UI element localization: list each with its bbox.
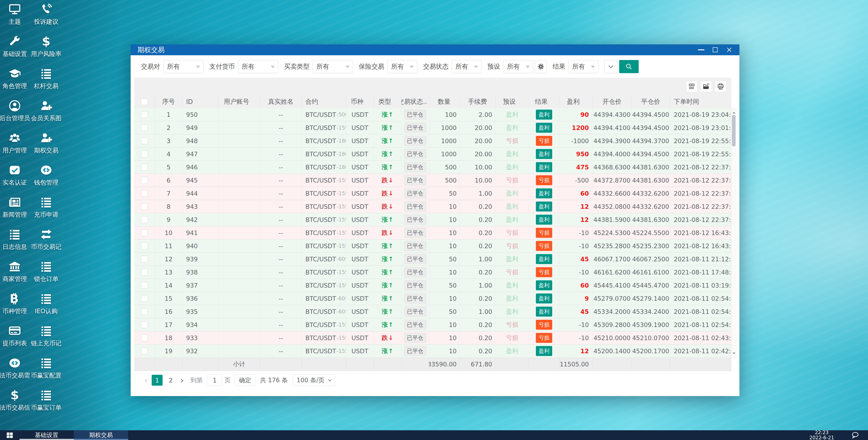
row-checkbox[interactable]: [141, 164, 148, 171]
desktop-shortcut[interactable]: 会员关系图: [29, 99, 63, 131]
maximize-button[interactable]: [708, 45, 722, 55]
row-checkbox[interactable]: [141, 348, 148, 354]
confirm-button[interactable]: 确定: [235, 375, 255, 386]
row-checkbox[interactable]: [141, 229, 148, 236]
sort-icon[interactable]: [394, 98, 397, 105]
row-checkbox[interactable]: [141, 242, 148, 249]
row-checkbox[interactable]: [141, 138, 148, 144]
filter-select[interactable]: 所有: [503, 60, 533, 73]
column-header[interactable]: ID: [183, 95, 218, 108]
next-page-button[interactable]: ›: [178, 375, 186, 385]
row-checkbox[interactable]: [141, 190, 148, 197]
jump-page-input[interactable]: [207, 375, 222, 386]
column-header[interactable]: 合约: [302, 95, 346, 108]
sort-icon[interactable]: [518, 98, 521, 105]
desktop-shortcut[interactable]: 币币交易记: [29, 228, 63, 260]
sort-icon[interactable]: [550, 98, 553, 105]
scroll-up-icon[interactable]: [733, 110, 736, 113]
more-filters-button[interactable]: [604, 60, 617, 73]
desktop-shortcut[interactable]: 提币列表: [0, 324, 32, 356]
row-checkbox[interactable]: [141, 269, 148, 275]
desktop-shortcut[interactable]: 日志信息: [0, 228, 32, 260]
columns-button[interactable]: [686, 81, 697, 92]
desktop-shortcut[interactable]: 商家管理: [0, 260, 32, 292]
column-header[interactable]: 用户账号: [218, 95, 260, 108]
row-checkbox[interactable]: [141, 203, 148, 210]
row-checkbox[interactable]: [141, 282, 148, 289]
taskbar-app-button[interactable]: 期权交易: [74, 430, 128, 440]
page-size-select[interactable]: 100 条/页: [293, 375, 335, 386]
desktop-shortcut[interactable]: IEO认购: [29, 292, 63, 324]
sort-icon[interactable]: [320, 98, 323, 105]
column-header[interactable]: 序号: [155, 95, 183, 108]
desktop-shortcut[interactable]: 用户管理: [0, 131, 32, 164]
filter-select[interactable]: 所有: [452, 60, 482, 73]
desktop-shortcut[interactable]: 角色管理: [0, 67, 32, 99]
filter-select[interactable]: 所有: [568, 60, 598, 73]
column-header[interactable]: 开仓价: [593, 95, 631, 108]
column-header[interactable]: 盈利: [559, 95, 593, 108]
desktop-shortcut[interactable]: $ 用户风险率: [29, 35, 63, 67]
desktop-shortcut[interactable]: 投诉建议: [29, 3, 63, 35]
desktop-shortcut[interactable]: 实名认证: [0, 164, 32, 196]
prev-page-button[interactable]: ‹: [142, 375, 150, 385]
row-checkbox[interactable]: [141, 334, 148, 341]
desktop-shortcut[interactable]: 币赢宝订单: [29, 389, 63, 421]
page-button[interactable]: 2: [165, 375, 176, 386]
print-button[interactable]: [715, 81, 726, 92]
desktop-shortcut[interactable]: 锁仓订单: [29, 260, 63, 292]
taskbar-clock[interactable]: 22:23 2022-6-21: [809, 430, 834, 440]
row-checkbox[interactable]: [141, 124, 148, 131]
desktop-shortcut[interactable]: 后台管理员: [0, 99, 32, 131]
desktop-shortcut[interactable]: $ 法币交易信: [0, 389, 32, 421]
column-header[interactable]: 结果: [529, 95, 559, 108]
filter-select[interactable]: 所有: [238, 60, 278, 73]
start-button[interactable]: [0, 430, 20, 440]
column-header[interactable]: 类型: [374, 95, 401, 108]
taskbar-app-button[interactable]: 基础设置: [20, 430, 74, 440]
column-header[interactable]: 手续费: [460, 95, 496, 108]
column-header[interactable]: 平仓价: [631, 95, 670, 108]
desktop-shortcut[interactable]: 链上充币记: [29, 324, 63, 356]
row-checkbox[interactable]: [141, 177, 148, 184]
close-button[interactable]: [722, 45, 736, 55]
row-checkbox[interactable]: [141, 111, 148, 118]
row-checkbox[interactable]: [141, 308, 148, 315]
page-button[interactable]: 1: [152, 375, 162, 386]
desktop-shortcut[interactable]: 新闻管理: [0, 196, 32, 228]
row-checkbox[interactable]: [141, 216, 148, 223]
filter-select[interactable]: 所有: [313, 60, 353, 73]
column-header[interactable]: 币种: [346, 95, 374, 108]
desktop-shortcut[interactable]: 钱包管理: [29, 164, 63, 196]
select-all-checkbox[interactable]: [141, 98, 148, 105]
sort-icon[interactable]: [582, 98, 585, 105]
export-button[interactable]: [701, 81, 712, 92]
desktop-shortcut[interactable]: 充币申请: [29, 196, 63, 228]
row-checkbox[interactable]: [141, 295, 148, 302]
desktop-shortcut[interactable]: 法币交易需: [0, 356, 32, 389]
desktop-shortcut[interactable]: 主题: [0, 3, 32, 35]
minimize-button[interactable]: [694, 45, 708, 55]
filter-select[interactable]: 所有: [163, 60, 204, 73]
desktop-shortcut[interactable]: 基础设置: [0, 35, 32, 67]
column-header[interactable]: 数量: [429, 95, 460, 108]
scrollbar-thumb[interactable]: [732, 115, 736, 147]
filter-select[interactable]: 所有: [388, 60, 417, 73]
sort-icon[interactable]: [366, 98, 369, 105]
notification-button[interactable]: [850, 430, 860, 440]
sort-icon[interactable]: [251, 98, 255, 105]
search-button[interactable]: [619, 60, 639, 73]
window-titlebar[interactable]: 期权交易: [131, 45, 739, 55]
row-checkbox[interactable]: [141, 151, 148, 157]
desktop-shortcut[interactable]: 杠杆交易: [29, 67, 63, 99]
sort-icon[interactable]: [701, 98, 705, 105]
desktop-shortcut[interactable]: 期权交易: [29, 131, 63, 164]
preset-gear-button[interactable]: [535, 60, 547, 73]
column-header[interactable]: 预设: [496, 95, 529, 108]
row-checkbox[interactable]: [141, 321, 148, 328]
column-header[interactable]: 交易状态..: [401, 95, 429, 108]
table-scrollbar[interactable]: [731, 108, 736, 358]
column-header[interactable]: 真实姓名: [260, 95, 302, 108]
row-checkbox[interactable]: [141, 256, 148, 262]
scroll-down-icon[interactable]: [733, 353, 736, 356]
